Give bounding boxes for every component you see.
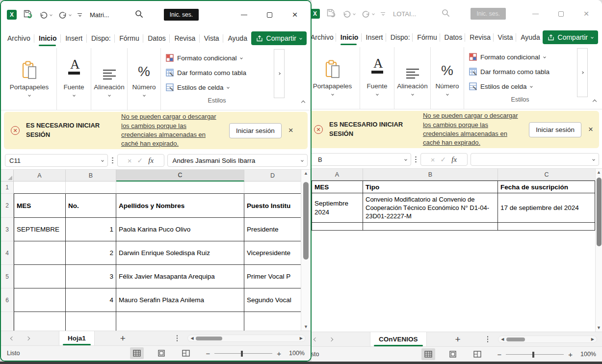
next-sheet-icon[interactable] [329, 337, 333, 341]
tab-ayuda[interactable]: Ayuda [516, 27, 542, 47]
maximize-button[interactable] [548, 4, 574, 23]
search-icon[interactable] [135, 10, 143, 20]
close-button[interactable]: × [282, 5, 308, 24]
cell-a4[interactable] [14, 241, 66, 265]
maximize-button[interactable] [257, 5, 282, 24]
column-header-c[interactable]: C [498, 169, 595, 181]
cell-fecha-header[interactable]: Fecha de suscripción [498, 181, 595, 193]
formula-bar-splitter[interactable] [414, 156, 418, 163]
scroll-down-icon[interactable]: ▼ [597, 326, 601, 330]
minimize-button[interactable] [231, 5, 257, 24]
cell-b2[interactable]: No. [66, 194, 116, 218]
cell-d4[interactable]: Vicepresidente [244, 241, 301, 265]
cell-a1[interactable] [14, 182, 66, 194]
name-box[interactable]: C11 [5, 154, 108, 167]
tab-archivo[interactable]: Archivo [3, 28, 34, 48]
signin-account-button[interactable]: Inic. ses. [164, 9, 199, 21]
share-button[interactable]: Compartir [251, 31, 307, 45]
share-button[interactable]: Compartir [543, 30, 598, 44]
undo-button[interactable] [39, 11, 52, 19]
cell-a5[interactable] [14, 265, 66, 288]
ribbon-more-button[interactable] [274, 49, 285, 98]
check-icon[interactable]: ✓ [137, 156, 143, 164]
horizontal-scroll-thumb[interactable] [196, 337, 222, 340]
scroll-right-icon[interactable]: ▶ [591, 338, 594, 341]
cell-a3[interactable]: SEPTIEMBRE [14, 218, 66, 241]
group-fuente[interactable]: A Fuente [57, 48, 91, 110]
tab-disposicion[interactable]: Dispo: [386, 27, 413, 47]
cell-c1[interactable] [116, 182, 244, 194]
group-portapapeles[interactable]: Portapapeles [312, 47, 360, 109]
column-header-b[interactable]: B [363, 169, 498, 181]
collapse-ribbon-button[interactable] [593, 96, 596, 105]
cell-mes-header[interactable]: MES [312, 181, 363, 193]
cell-c4[interactable]: Darwin Enrique Soledispa Ruiz [116, 241, 244, 265]
column-header-d[interactable]: D [244, 170, 301, 182]
next-sheet-icon[interactable] [26, 336, 30, 340]
tab-datos[interactable]: Datos [143, 28, 169, 48]
banner-signin-button[interactable]: Iniciar sesión [229, 123, 282, 138]
undo-button[interactable] [342, 10, 355, 18]
cell-styles-button[interactable]: Estilos de celda [166, 81, 273, 93]
conditional-format-button[interactable]: Formato condicional [469, 51, 576, 63]
row-header[interactable]: 6 [1, 288, 14, 312]
view-normal-icon[interactable] [421, 348, 435, 360]
view-page-break-icon[interactable] [179, 347, 193, 359]
cell-b3[interactable]: 1 [66, 218, 116, 241]
zoom-in-button[interactable]: + [568, 350, 573, 359]
row-header[interactable]: 2 [1, 194, 14, 218]
cell-b5[interactable]: 3 [66, 265, 116, 288]
cell-tipo-header[interactable]: Tipo [363, 181, 498, 193]
formula-bar-splitter[interactable] [111, 157, 114, 164]
cell-b4[interactable]: 2 [66, 241, 116, 265]
row-header[interactable]: 5 [1, 265, 14, 288]
cell-d5[interactable]: Primer Vocal P [244, 265, 301, 288]
cell-fecha-value[interactable]: 17 de septiembre del 2024 [498, 193, 595, 223]
formula-input[interactable]: Andres Jasmani Solis Ibarra [167, 154, 308, 167]
column-header-a[interactable]: A [14, 170, 66, 182]
tab-revisar[interactable]: Revisa [170, 28, 199, 48]
banner-message-link[interactable]: No se pueden cargar o descargar los camb… [121, 112, 221, 149]
check-icon[interactable]: ✓ [441, 156, 446, 163]
name-box[interactable]: B [312, 153, 411, 166]
tab-vista[interactable]: Vista [200, 28, 223, 48]
collapse-ribbon-button[interactable] [302, 97, 305, 106]
zoom-slider[interactable] [506, 354, 564, 355]
horizontal-scrollbar[interactable]: ◀ ▶ [187, 331, 306, 345]
cell-d3[interactable]: Presidente [244, 218, 301, 241]
zoom-in-button[interactable]: + [277, 349, 281, 358]
quick-access-toolbar-button[interactable] [381, 12, 385, 15]
banner-message-link[interactable]: No se pueden cargar o descargar los camb… [423, 111, 521, 148]
cell-mes-value[interactable]: Septiembre 2024 [312, 193, 363, 223]
tab-formulas[interactable]: Fórmu [115, 28, 143, 48]
zoom-level[interactable]: 100% [577, 351, 596, 358]
zoom-slider-thumb[interactable] [532, 352, 534, 358]
tab-vista[interactable]: Vista [494, 27, 516, 47]
cell-c6[interactable]: Mauro Serafin Plaza Anilema [116, 288, 244, 312]
select-all-corner[interactable] [1, 170, 14, 182]
cell-a2[interactable]: MES [14, 194, 66, 218]
cell-a6[interactable] [14, 288, 66, 312]
tab-insertar[interactable]: Insert [61, 28, 86, 48]
column-header-c[interactable]: C [116, 170, 244, 182]
scroll-down-icon[interactable]: ▼ [304, 325, 308, 329]
scroll-up-icon[interactable]: ▲ [304, 171, 308, 176]
undo-dropdown-icon[interactable] [50, 13, 52, 16]
vertical-scrollbar[interactable]: ▲ ▼ [301, 170, 311, 331]
redo-dropdown-icon[interactable] [69, 13, 72, 16]
sheet-tab-convenios[interactable]: COnVENIOS [370, 332, 427, 346]
tab-ayuda[interactable]: Ayuda [223, 28, 251, 48]
zoom-out-button[interactable]: − [206, 349, 210, 358]
zoom-slider[interactable] [214, 353, 272, 354]
banner-signin-button[interactable]: Iniciar sesión [529, 122, 581, 137]
add-sheet-button[interactable]: + [455, 332, 461, 346]
cell-styles-button[interactable]: Estilos de celda [469, 80, 576, 92]
prev-sheet-icon[interactable] [10, 336, 14, 340]
cancel-x-icon[interactable]: × [431, 156, 435, 164]
cell-c5[interactable]: Félix Javier Masapanta Arequipa [116, 265, 244, 288]
horizontal-scroll-thumb[interactable] [506, 338, 525, 341]
zoom-level[interactable]: 100% [286, 350, 305, 357]
tab-formulas[interactable]: Fórmu [413, 27, 439, 47]
scroll-left-icon[interactable]: ◀ [190, 337, 193, 340]
scroll-left-icon[interactable]: ◀ [501, 338, 504, 341]
